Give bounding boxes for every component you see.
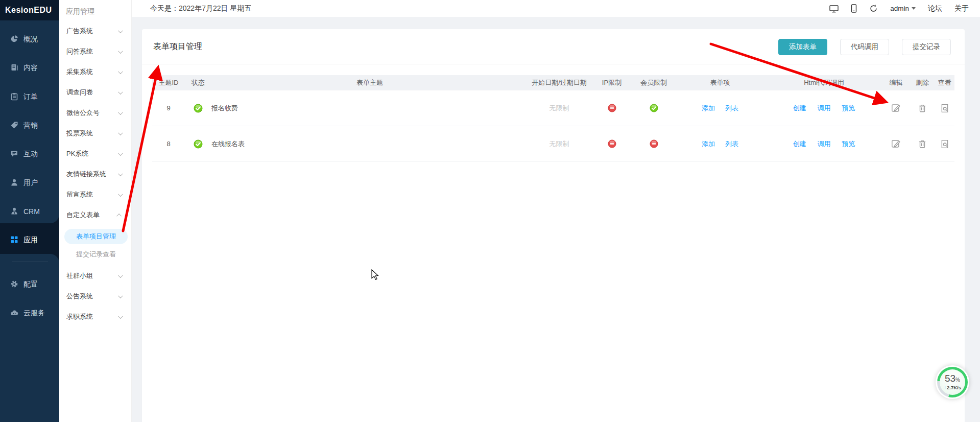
brand-logo: KesionEDU	[0, 0, 59, 20]
chevron-down-icon	[118, 49, 123, 54]
sidebar-item-label: 云服务	[23, 309, 45, 318]
current-date-text: 今天是：2022年7月22日 星期五	[150, 0, 251, 17]
caret-down-icon	[912, 7, 916, 10]
table-row: 8 在线报名表 无限制 添加 列表 创建 调用 预览	[152, 126, 954, 162]
submission-records-button[interactable]: 提交记录	[902, 39, 951, 55]
invoke-html-link[interactable]: 调用	[818, 104, 831, 113]
ip-blocked-icon[interactable]	[590, 104, 633, 112]
table-row: 9 报名收费 无限制 添加 列表 创建 调用 预览	[152, 90, 954, 126]
sidebar-item-overview[interactable]: 概况	[0, 25, 59, 54]
about-link[interactable]: 关于	[954, 4, 969, 13]
menu-item-collect-system[interactable]: 采集系统	[59, 62, 132, 82]
member-allowed-icon[interactable]	[633, 104, 674, 112]
ip-blocked-icon[interactable]	[590, 139, 633, 148]
gauge-speed-text: 2.7K/s	[947, 385, 961, 390]
admin-dropdown[interactable]: admin	[890, 5, 916, 12]
field-list-link[interactable]: 列表	[725, 139, 738, 149]
menu-item-jobs[interactable]: 求职系统	[59, 307, 132, 327]
gauge-percent: 53	[945, 373, 955, 384]
sidebar-item-marketing[interactable]: 营销	[0, 111, 59, 140]
sidebar-item-label: 概况	[23, 35, 38, 44]
tag-icon	[10, 121, 18, 131]
chevron-down-icon	[118, 314, 123, 319]
document-icon	[10, 63, 18, 73]
submenu-item-submission-records[interactable]: 提交记录查看	[64, 247, 128, 262]
clipboard-icon	[10, 92, 18, 102]
mobile-view-icon[interactable]	[851, 4, 857, 13]
preview-html-link[interactable]: 预览	[842, 104, 855, 113]
menu-item-ad-system[interactable]: 广告系统	[59, 21, 132, 41]
create-html-link[interactable]: 创建	[793, 139, 806, 149]
sidebar-item-label: 配置	[23, 280, 38, 289]
forum-link[interactable]: 论坛	[928, 4, 942, 13]
submenu-item-form-projects[interactable]: 表单项目管理	[64, 229, 128, 244]
form-projects-table: 主题ID 状态 表单主题 开始日期/过期日期 IP限制 会员限制 表单项 Htm…	[152, 75, 954, 162]
field-list-link[interactable]: 列表	[725, 104, 738, 113]
delete-icon[interactable]	[918, 104, 927, 113]
sidebar-item-content[interactable]: 内容	[0, 54, 59, 82]
add-form-button[interactable]: 添加表单	[778, 39, 827, 55]
gauge-unit: %	[955, 377, 960, 383]
menu-item-vote-system[interactable]: 投票系统	[59, 123, 132, 144]
sidebar-item-label: CRM	[23, 207, 40, 216]
preview-html-link[interactable]: 预览	[842, 139, 855, 149]
add-field-link[interactable]: 添加	[702, 139, 715, 149]
upload-arrow-icon: ↑	[944, 385, 946, 390]
menu-item-community[interactable]: 社群小组	[59, 266, 132, 286]
sidebar-item-label: 订单	[23, 92, 38, 102]
menu-item-custom-forms[interactable]: 自定义表单	[59, 205, 132, 225]
sidebar-item-label: 用户	[23, 178, 38, 187]
network-speed-gauge[interactable]: 53% ↑2.7K/s	[936, 365, 969, 399]
menu-item-pk-system[interactable]: PK系统	[59, 144, 132, 164]
chevron-down-icon	[118, 130, 123, 135]
menu-item-survey[interactable]: 调查问卷	[59, 82, 132, 103]
desktop-view-icon[interactable]	[829, 5, 839, 13]
delete-icon[interactable]	[918, 139, 927, 149]
sidebar-item-interaction[interactable]: 互动	[0, 140, 59, 169]
row-id: 9	[152, 104, 185, 112]
chevron-down-icon	[118, 192, 123, 197]
edit-icon[interactable]	[891, 139, 901, 149]
member-blocked-icon[interactable]	[633, 139, 674, 148]
sidebar-item-crm[interactable]: CRM	[0, 197, 59, 226]
create-html-link[interactable]: 创建	[793, 104, 806, 113]
app-grid-icon	[10, 236, 18, 245]
menu-item-qa-system[interactable]: 问答系统	[59, 41, 132, 62]
date-limit: 无限制	[528, 139, 590, 149]
chevron-down-icon	[118, 69, 123, 74]
view-records-icon[interactable]	[940, 104, 949, 113]
sidebar-item-orders[interactable]: 订单	[0, 83, 59, 111]
status-enabled-icon[interactable]	[185, 139, 211, 149]
form-subject: 在线报名表	[211, 139, 528, 149]
code-call-button[interactable]: 代码调用	[840, 39, 889, 55]
date-limit: 无限制	[528, 104, 590, 113]
menu-item-message-system[interactable]: 留言系统	[59, 184, 132, 205]
edit-icon[interactable]	[891, 103, 901, 113]
sidebar-item-label: 应用	[23, 236, 38, 245]
chat-bubble-icon	[10, 150, 18, 159]
table-header-row: 主题ID 状态 表单主题 开始日期/过期日期 IP限制 会员限制 表单项 Htm…	[152, 75, 954, 90]
invoke-html-link[interactable]: 调用	[818, 139, 831, 149]
chevron-up-icon	[116, 213, 122, 218]
chevron-down-icon	[118, 89, 123, 95]
status-enabled-icon[interactable]	[185, 104, 211, 113]
chevron-down-icon	[118, 110, 123, 115]
menu-item-links-system[interactable]: 友情链接系统	[59, 164, 132, 184]
chevron-down-icon	[118, 171, 123, 176]
sidebar-item-settings[interactable]: 配置	[0, 270, 59, 299]
menu-item-wechat[interactable]: 微信公众号	[59, 103, 132, 123]
crm-user-icon	[10, 207, 18, 217]
form-subject: 报名收费	[211, 104, 528, 113]
sidebar-item-users[interactable]: 用户	[0, 169, 59, 197]
sidebar-divider	[12, 262, 48, 262]
add-field-link[interactable]: 添加	[702, 104, 715, 113]
sidebar-item-label: 内容	[23, 63, 38, 73]
menu-item-announcement[interactable]: 公告系统	[59, 286, 132, 307]
sidebar-item-cloud[interactable]: 云服务	[0, 299, 59, 327]
sidebar-item-label: 互动	[23, 150, 38, 159]
pie-chart-icon	[10, 35, 18, 44]
sidebar-item-apps[interactable]: 应用	[0, 226, 59, 254]
chevron-down-icon	[118, 293, 123, 298]
view-records-icon[interactable]	[940, 139, 949, 149]
refresh-icon[interactable]	[869, 4, 878, 13]
